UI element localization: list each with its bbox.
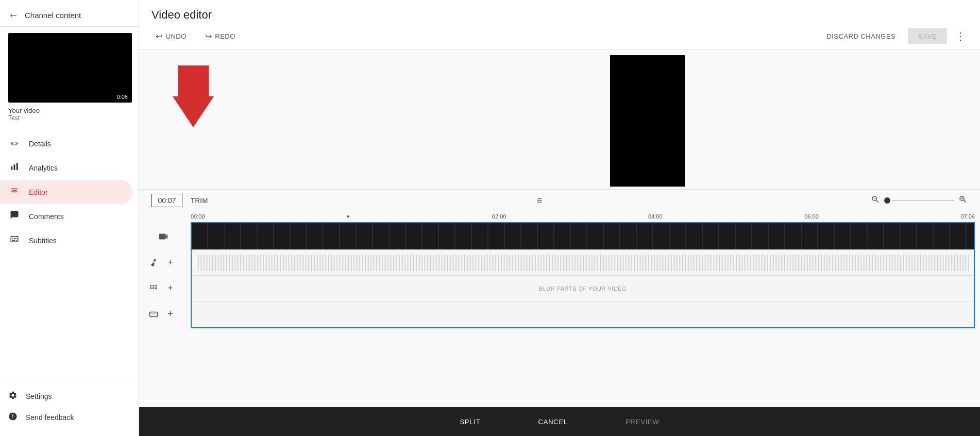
- subtitles-icon: [8, 234, 21, 246]
- svg-point-13: [156, 286, 157, 287]
- ruler-marks: 00:00 ▾ 02:00 04:00 06:00 07:06: [191, 213, 980, 220]
- card-track-icon: +: [140, 301, 187, 327]
- split-button[interactable]: SPLIT: [451, 416, 488, 428]
- sidebar-item-send-feedback[interactable]: Send feedback: [8, 407, 130, 428]
- svg-rect-1: [14, 164, 15, 170]
- sidebar-channel-title: Channel content: [25, 11, 81, 20]
- editor-icon: [8, 186, 21, 198]
- sidebar-nav: ✏ Details Analytics Editor Comments Su: [0, 128, 139, 377]
- sidebar-item-editor[interactable]: Editor: [0, 180, 132, 204]
- undo-button[interactable]: ↩ UNDO: [151, 29, 191, 43]
- svg-point-16: [153, 288, 154, 289]
- sidebar-header: ← Channel content: [0, 0, 139, 27]
- sidebar-item-details[interactable]: ✏ Details: [0, 132, 132, 156]
- cancel-button[interactable]: CANCEL: [530, 416, 577, 428]
- svg-point-6: [153, 284, 154, 286]
- sidebar: ← Channel content 0:08 Your video Test ✏…: [0, 0, 139, 436]
- card-add-button[interactable]: +: [163, 309, 177, 320]
- svg-point-14: [150, 288, 151, 289]
- center-controls: ≡: [216, 195, 863, 206]
- video-track-row: [192, 223, 974, 250]
- analytics-icon: [8, 162, 21, 174]
- sidebar-item-comments-label: Comments: [29, 212, 64, 221]
- blur-track-label: BLUR PARTS OF YOUR VIDEO: [539, 286, 627, 292]
- back-arrow-icon[interactable]: ←: [8, 9, 19, 21]
- comments-icon: [8, 210, 21, 222]
- svg-point-10: [151, 286, 153, 287]
- main-header: Video editor ↩ UNDO ↪ REDO DISCARD CHANG…: [139, 0, 980, 50]
- handle-icon: ≡: [537, 195, 543, 206]
- zoom-out-icon[interactable]: [871, 195, 880, 207]
- svg-point-7: [155, 284, 156, 286]
- svg-point-11: [153, 286, 154, 287]
- sidebar-item-subtitles[interactable]: Subtitles: [0, 228, 132, 253]
- bottom-action-bar: SPLIT CANCEL PREVIEW: [139, 407, 980, 436]
- video-track-icon: [140, 223, 187, 250]
- sidebar-item-analytics[interactable]: Analytics: [0, 156, 132, 180]
- trim-button[interactable]: TRIM: [191, 197, 208, 205]
- sidebar-bottom: Settings Send feedback: [0, 377, 139, 436]
- sidebar-item-editor-label: Editor: [29, 188, 48, 196]
- svg-point-8: [156, 284, 157, 286]
- sidebar-item-comments[interactable]: Comments: [0, 204, 132, 228]
- zoom-slider[interactable]: [884, 197, 954, 204]
- video-thumbnail: 0:08: [8, 33, 132, 103]
- discard-changes-button[interactable]: DISCARD CHANGES: [820, 29, 902, 43]
- current-time-display: 00:07: [151, 194, 182, 207]
- zoom-slider-track: [892, 200, 954, 201]
- video-label: Your video: [8, 107, 130, 114]
- audio-waveform: [196, 255, 970, 271]
- zoom-in-icon[interactable]: [958, 195, 968, 207]
- card-track-content: [192, 301, 974, 327]
- ruler-mark-2: 02:00: [492, 213, 506, 220]
- ruler-mark-3: 04:00: [648, 213, 663, 220]
- svg-point-12: [155, 286, 156, 287]
- feedback-icon: [8, 412, 18, 423]
- ruler-mark-1: ▾: [347, 213, 350, 220]
- video-preview-frame: [610, 55, 685, 187]
- video-track-content: [192, 223, 974, 249]
- undo-label: UNDO: [166, 32, 187, 40]
- editor-area: 00:07 TRIM ≡: [139, 50, 980, 436]
- zoom-controls: [871, 195, 968, 207]
- timeline-wrapper: 00:00 ▾ 02:00 04:00 06:00 07:06: [139, 211, 980, 407]
- timeline-tracks: + + BLUR PARTS OF YOUR VIDEO: [191, 222, 975, 328]
- audio-track-icon: +: [140, 250, 187, 276]
- ruler-mark-0: 00:00: [191, 213, 205, 220]
- svg-marker-3: [173, 65, 214, 127]
- svg-point-15: [151, 288, 153, 289]
- svg-rect-2: [16, 163, 18, 170]
- zoom-slider-handle[interactable]: [884, 197, 890, 204]
- preview-button[interactable]: PREVIEW: [617, 416, 668, 428]
- card-track-row: +: [192, 301, 974, 327]
- sidebar-item-subtitles-label: Subtitles: [29, 237, 57, 245]
- save-button[interactable]: SAVE: [908, 28, 947, 44]
- more-options-button[interactable]: ⋮: [953, 28, 968, 44]
- video-name: Test: [8, 114, 130, 122]
- video-preview: [139, 50, 980, 189]
- blur-track-row: + BLUR PARTS OF YOUR VIDEO: [192, 276, 974, 301]
- svg-point-5: [151, 284, 153, 286]
- toolbar-right: DISCARD CHANGES SAVE ⋮: [820, 28, 968, 44]
- blur-add-button[interactable]: +: [163, 283, 177, 294]
- sidebar-settings-label: Settings: [26, 392, 52, 400]
- ruler-mark-4: 06:00: [804, 213, 819, 220]
- sidebar-feedback-label: Send feedback: [26, 413, 74, 422]
- redo-icon: ↪: [205, 31, 212, 41]
- svg-point-17: [155, 288, 156, 289]
- main-content: Video editor ↩ UNDO ↪ REDO DISCARD CHANG…: [139, 0, 980, 436]
- audio-track-content: [192, 250, 974, 275]
- sidebar-item-analytics-label: Analytics: [29, 164, 58, 172]
- audio-add-button[interactable]: +: [163, 257, 177, 268]
- ruler-mark-5: 07:06: [960, 213, 975, 220]
- redo-button[interactable]: ↪ REDO: [201, 29, 240, 43]
- timeline-ruler: 00:00 ▾ 02:00 04:00 06:00 07:06: [139, 211, 980, 222]
- blur-track-icon: +: [140, 276, 187, 301]
- sidebar-item-settings[interactable]: Settings: [8, 385, 130, 407]
- settings-icon: [8, 391, 18, 401]
- blur-track-content: BLUR PARTS OF YOUR VIDEO: [192, 276, 974, 301]
- redo-label: REDO: [215, 32, 235, 40]
- pencil-icon: ✏: [8, 138, 21, 149]
- page-title: Video editor: [151, 8, 968, 22]
- toolbar: ↩ UNDO ↪ REDO DISCARD CHANGES SAVE ⋮: [151, 28, 968, 49]
